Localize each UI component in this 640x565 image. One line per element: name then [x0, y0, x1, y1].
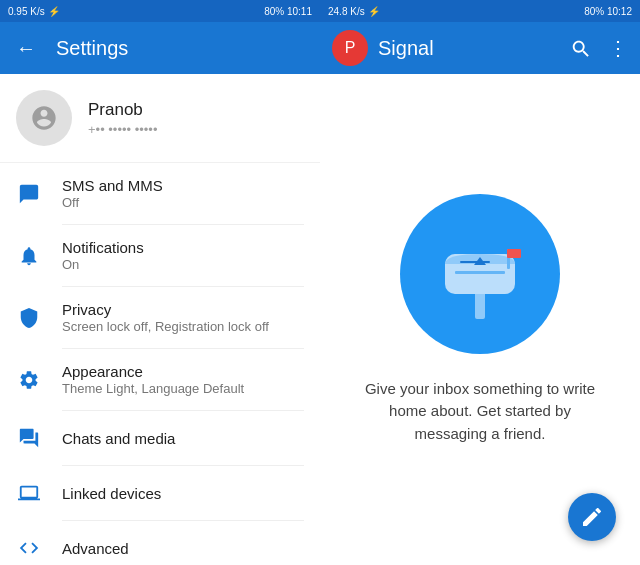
svg-rect-2 [455, 271, 505, 274]
sms-icon [16, 181, 42, 207]
advanced-label: Advanced [62, 540, 129, 557]
right-status-left: 24.8 K/s ⚡ [328, 6, 380, 17]
profile-name: Pranob [88, 100, 157, 120]
privacy-sublabel: Screen lock off, Registration lock off [62, 319, 269, 334]
advanced-text: Advanced [62, 540, 129, 557]
empty-state: Give your inbox something to write home … [320, 74, 640, 565]
linked-devices-text: Linked devices [62, 485, 161, 502]
search-button[interactable] [570, 36, 592, 60]
back-button[interactable]: ← [16, 37, 36, 60]
svg-rect-5 [460, 261, 490, 263]
settings-item-privacy[interactable]: Privacy Screen lock off, Registration lo… [0, 287, 320, 348]
right-status-right: 80% 10:12 [584, 6, 632, 17]
left-status-right: 80% 10:11 [264, 6, 312, 17]
settings-item-appearance[interactable]: Appearance Theme Light, Language Default [0, 349, 320, 410]
settings-item-linked-devices[interactable]: Linked devices [0, 466, 320, 520]
appearance-icon [16, 367, 42, 393]
sms-sublabel: Off [62, 195, 163, 210]
settings-item-chats[interactable]: Chats and media [0, 411, 320, 465]
left-status-left: 0.95 K/s ⚡ [8, 6, 60, 17]
signal-avatar: P [332, 30, 368, 66]
more-options-button[interactable]: ⋮ [608, 36, 628, 60]
linked-devices-icon [16, 480, 42, 506]
privacy-label: Privacy [62, 301, 269, 318]
network-speed: 0.95 K/s [8, 6, 45, 17]
linked-devices-label: Linked devices [62, 485, 161, 502]
appearance-label: Appearance [62, 363, 244, 380]
right-bluetooth-icon: ⚡ [368, 6, 380, 17]
profile-info: Pranob +•• ••••• ••••• [88, 100, 157, 137]
signal-title: Signal [378, 37, 434, 60]
appearance-text: Appearance Theme Light, Language Default [62, 363, 244, 396]
settings-panel: 0.95 K/s ⚡ 80% 10:11 ← Settings Pranob +… [0, 0, 320, 565]
signal-toolbar: P Signal ⋮ [320, 22, 640, 74]
privacy-text: Privacy Screen lock off, Registration lo… [62, 301, 269, 334]
empty-state-text: Give your inbox something to write home … [360, 378, 600, 446]
settings-item-sms[interactable]: SMS and MMS Off [0, 163, 320, 224]
settings-title: Settings [56, 37, 128, 60]
avatar [16, 90, 72, 146]
notifications-sublabel: On [62, 257, 144, 272]
compose-fab-button[interactable] [568, 493, 616, 541]
right-network-speed: 24.8 K/s [328, 6, 365, 17]
sms-text: SMS and MMS Off [62, 177, 163, 210]
signal-toolbar-icons: ⋮ [570, 36, 628, 60]
signal-toolbar-left: P Signal [332, 30, 434, 66]
notifications-icon [16, 243, 42, 269]
right-status-bar: 24.8 K/s ⚡ 80% 10:12 [320, 0, 640, 22]
mailbox-illustration [400, 194, 560, 354]
profile-phone: +•• ••••• ••••• [88, 122, 157, 137]
settings-item-advanced[interactable]: Advanced [0, 521, 320, 565]
settings-list: SMS and MMS Off Notifications On [0, 163, 320, 565]
right-battery-time: 80% 10:12 [584, 6, 632, 17]
left-status-bar: 0.95 K/s ⚡ 80% 10:11 [0, 0, 320, 22]
signal-panel: 24.8 K/s ⚡ 80% 10:12 P Signal ⋮ [320, 0, 640, 565]
advanced-icon [16, 535, 42, 561]
bluetooth-icon: ⚡ [48, 6, 60, 17]
notifications-text: Notifications On [62, 239, 144, 272]
svg-rect-4 [507, 249, 521, 258]
settings-item-notifications[interactable]: Notifications On [0, 225, 320, 286]
profile-section[interactable]: Pranob +•• ••••• ••••• [0, 74, 320, 163]
chats-text: Chats and media [62, 430, 175, 447]
sms-label: SMS and MMS [62, 177, 163, 194]
chats-label: Chats and media [62, 430, 175, 447]
appearance-sublabel: Theme Light, Language Default [62, 381, 244, 396]
privacy-icon [16, 305, 42, 331]
battery-time: 80% 10:11 [264, 6, 312, 17]
settings-toolbar: ← Settings [0, 22, 320, 74]
chats-icon [16, 425, 42, 451]
notifications-label: Notifications [62, 239, 144, 256]
